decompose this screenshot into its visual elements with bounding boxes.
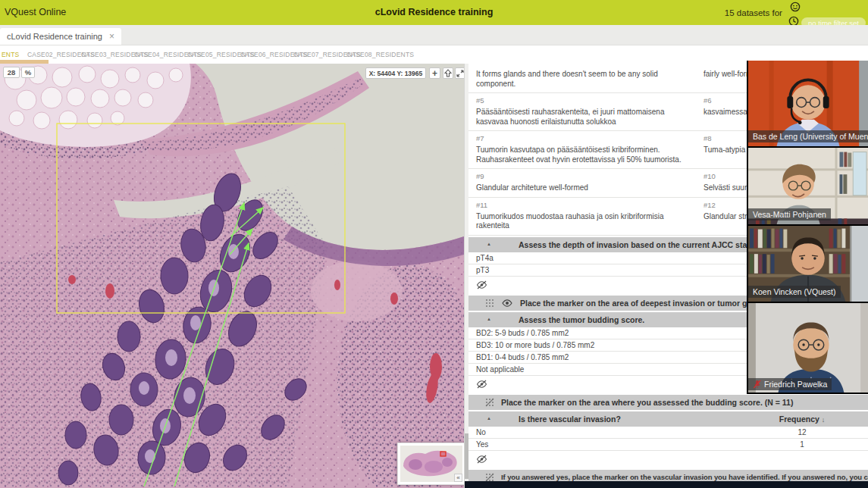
crosshair-icon: + — [432, 68, 437, 79]
question-title: Assess the tumor budding score. — [519, 315, 644, 324]
zoom-value-field[interactable]: 28 — [3, 67, 20, 78]
video-tile-koen-vincken[interactable]: Koen Vincken (VQuest) — [748, 226, 868, 303]
eye-off-icon[interactable] — [476, 280, 487, 289]
close-tab-icon[interactable]: × — [109, 31, 114, 42]
video-tile-friedrich-pawelka[interactable]: Friedrich Pawelka — [748, 303, 868, 394]
app-window: VQuest Online cLovid Residence training … — [0, 0, 868, 488]
collapse-triangle-icon[interactable]: ▲ — [487, 416, 491, 421]
tab-clovid-residence-training[interactable]: cLovid Residence training × — [0, 28, 121, 45]
marker-task-budding-score[interactable]: Place the marker on the area where you a… — [468, 395, 868, 410]
answer-number: #5 — [476, 96, 688, 105]
up-arrow-icon — [444, 69, 452, 77]
eye-off-icon[interactable] — [476, 380, 487, 389]
eye-icon[interactable] — [501, 299, 513, 308]
answer-text: Glandular architeture well-formed — [476, 183, 688, 193]
collapse-triangle-icon[interactable]: ▲ — [487, 242, 491, 246]
answer-label: Yes — [476, 440, 488, 449]
answer-text: It forms glands and there doesn't seem t… — [476, 70, 688, 89]
question-title: Is there vascular invasion? — [519, 414, 621, 424]
window-tab-bar: cLovid Residence training × — [0, 25, 868, 45]
answer-number: #7 — [476, 134, 688, 142]
slide-minimap[interactable]: « — [397, 443, 464, 485]
datasets-count: 15 datasets for — [725, 8, 782, 17]
zoom-value: 28 — [8, 68, 16, 77]
case-tab-active-partial[interactable]: ENTS — [2, 51, 19, 58]
histology-slide-image — [0, 64, 464, 488]
zoom-unit-button[interactable]: % — [21, 67, 35, 78]
answer-number: #11 — [476, 201, 688, 209]
microphone-muted-icon — [753, 380, 761, 389]
participant-name-label: Friedrich Pawelka — [748, 378, 832, 390]
frequency-row-yes: Yes 1 — [468, 439, 868, 451]
marker-task-text: If you answered yes, place the marker on… — [501, 473, 868, 481]
minimap-viewport-marker — [440, 452, 446, 456]
video-call-panel: Bas de Leng (University of Muenst — [747, 61, 868, 394]
video-tile-bas-de-leng[interactable]: Bas de Leng (University of Muenst — [748, 61, 868, 148]
expand-diagonal-icon — [456, 70, 464, 77]
position-readout: X: 54404 Y: 13965 — [365, 67, 426, 79]
question-header-vascular-invasion[interactable]: ▲ Is there vascular invasion? Frequency … — [468, 411, 868, 427]
participant-name-label: Vesa-Matti Pohjanen — [748, 208, 831, 221]
bottom-dark-bar — [465, 481, 868, 488]
marker-grid-slashed-icon — [485, 398, 494, 407]
minimap-thumbnail — [400, 446, 462, 482]
marker-grid-slashed-icon — [485, 473, 494, 482]
eye-off-icon[interactable] — [476, 455, 487, 464]
smiley-face-icon[interactable] — [790, 2, 866, 15]
upload-arrow-button[interactable] — [443, 67, 453, 79]
case-tab-case08[interactable]: CASE08_RESIDENTS — [346, 51, 414, 58]
answer-label: No — [476, 428, 486, 436]
frequency-value: 12 — [760, 428, 844, 436]
frequency-column-header[interactable]: Frequency ↓ — [760, 414, 844, 424]
fullscreen-button[interactable] — [455, 67, 464, 79]
top-bar: VQuest Online cLovid Residence training … — [0, 0, 868, 25]
marker-grid-icon — [485, 299, 494, 308]
zoom-unit: % — [25, 68, 31, 77]
answer-text: Tuumorikudos muodostaa rauhasia ja osin … — [476, 212, 688, 231]
participant-name-label: Bas de Leng (University of Muenst — [748, 130, 868, 142]
sort-arrow-icon: ↓ — [822, 416, 826, 424]
video-tile-vesa-matti-pohjanen[interactable]: Vesa-Matti Pohjanen — [748, 148, 868, 226]
slide-viewer[interactable]: 28 % X: 54404 Y: 13965 + « — [0, 64, 464, 488]
answer-text: Tuumorin kasvutapa on pääsääntöisesti kr… — [476, 145, 688, 164]
answer-text: Pääsääntöisesti rauhasrakenteita, ei juu… — [476, 108, 688, 127]
case-tab-bar: ENTS CASE02_RESIDENTS CASE03_RESIDENTS C… — [0, 45, 868, 64]
frequency-row-no: No 12 — [468, 427, 868, 439]
visibility-toggle-row[interactable] — [468, 451, 868, 468]
answer-number: #9 — [476, 172, 688, 180]
collapse-triangle-icon[interactable]: ▲ — [487, 317, 491, 321]
marker-task-text: Place the marker on the area where you a… — [501, 398, 793, 407]
tab-label: cLovid Residence training — [7, 32, 102, 41]
crosshair-button[interactable]: + — [429, 67, 440, 79]
frequency-value: 1 — [760, 440, 844, 449]
participant-name-label: Koen Vincken (VQuest) — [748, 286, 841, 298]
minimap-collapse-button[interactable]: « — [454, 474, 462, 482]
